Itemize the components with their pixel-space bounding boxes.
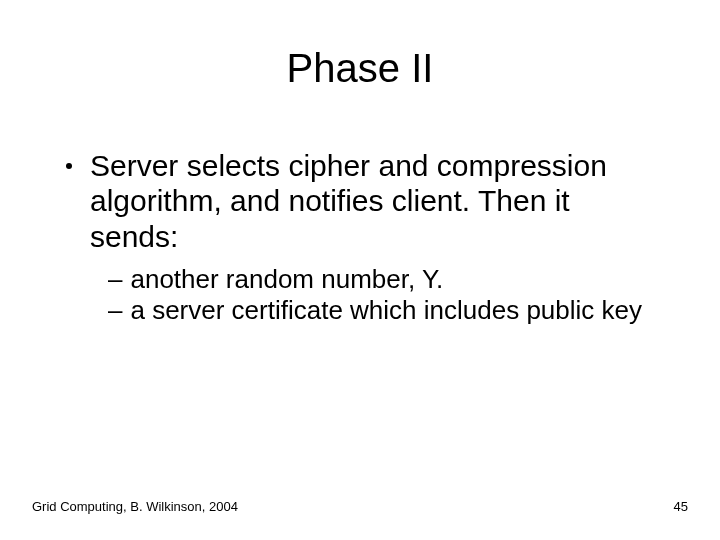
bullet-text: Server selects cipher and compression al… xyxy=(90,148,660,254)
bullet-icon xyxy=(66,163,72,169)
slide-title: Phase II xyxy=(0,46,720,91)
dash-icon: – xyxy=(108,264,122,295)
sub-bullet-item: – a server certificate which includes pu… xyxy=(108,295,660,326)
dash-icon: – xyxy=(108,295,122,326)
slide-body: Server selects cipher and compression al… xyxy=(66,148,660,327)
sub-bullet-item: – another random number, Y. xyxy=(108,264,660,295)
sub-bullet-list: – another random number, Y. – a server c… xyxy=(108,264,660,326)
slide: Phase II Server selects cipher and compr… xyxy=(0,0,720,540)
bullet-item: Server selects cipher and compression al… xyxy=(66,148,660,254)
sub-bullet-text: another random number, Y. xyxy=(130,264,660,295)
sub-bullet-text: a server certificate which includes publ… xyxy=(130,295,660,326)
page-number: 45 xyxy=(674,499,688,514)
footer-source: Grid Computing, B. Wilkinson, 2004 xyxy=(32,499,238,514)
